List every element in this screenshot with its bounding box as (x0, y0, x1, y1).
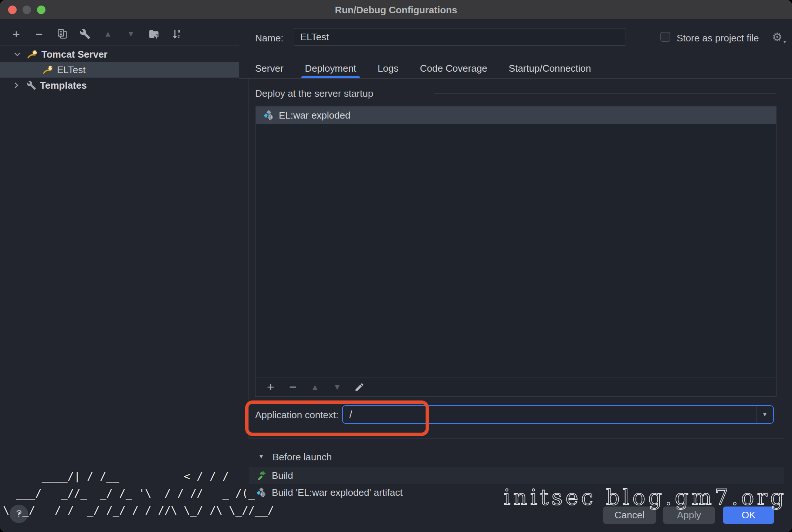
sort-alphabetically-button[interactable]: a z (170, 27, 183, 41)
tree-item-tomcat-server[interactable]: Tomcat Server (0, 47, 239, 62)
name-input[interactable] (294, 28, 626, 46)
new-folder-button[interactable] (147, 27, 160, 41)
tomcat-icon (27, 50, 38, 59)
gear-icon[interactable]: ⚙▾ (772, 30, 782, 44)
tree-item-label: Tomcat Server (41, 49, 108, 60)
section-divider (434, 93, 776, 94)
application-context-combobox[interactable]: / ▼ (342, 405, 774, 424)
combobox-dropdown-button[interactable]: ▼ (756, 406, 773, 423)
panel-splitter[interactable] (239, 19, 239, 532)
tab-deployment[interactable]: Deployment (305, 58, 356, 79)
tab-server[interactable]: Server (255, 58, 284, 79)
config-tabs: Server Deployment Logs Code Coverage Sta… (255, 58, 591, 79)
section-divider (347, 458, 776, 458)
artifact-list-item[interactable]: EL:war exploded (256, 106, 776, 124)
dropdown-arrow-icon: ▼ (762, 411, 768, 418)
remove-configuration-button[interactable]: − (33, 27, 46, 41)
before-launch-title: Before launch (273, 451, 332, 463)
application-context-label: Application context: (255, 409, 338, 421)
edit-templates-button[interactable] (78, 27, 92, 41)
chevron-down-icon[interactable] (14, 52, 25, 57)
remove-artifact-button[interactable]: − (286, 381, 299, 394)
window-title: Run/Debug Configurations (0, 4, 792, 16)
tree-item-eltest[interactable]: ELTest (0, 62, 239, 78)
artifact-label: EL:war exploded (279, 110, 351, 121)
tomcat-icon (42, 65, 53, 75)
move-artifact-up-button[interactable]: ▲ (308, 381, 322, 394)
chevron-right-icon[interactable] (14, 82, 25, 89)
name-label: Name: (255, 33, 284, 44)
copy-configuration-icon[interactable] (55, 27, 69, 41)
tree-item-label: Templates (40, 80, 87, 91)
tab-logs[interactable]: Logs (378, 58, 398, 79)
help-button[interactable]: ? (10, 505, 28, 523)
svg-text:a: a (178, 28, 180, 34)
wrench-icon (27, 81, 36, 90)
run-debug-configurations-dialog: Run/Debug Configurations + − ▲ ▼ (0, 0, 792, 532)
tree-top-divider (0, 45, 239, 45)
tab-startup-connection[interactable]: Startup/Connection (509, 58, 591, 79)
add-artifact-button[interactable]: + (264, 381, 277, 394)
artifact-icon (263, 110, 274, 121)
before-launch-task-build[interactable]: Build (249, 467, 784, 484)
gear-dropdown-arrow-icon: ▾ (783, 39, 786, 45)
move-down-button[interactable]: ▼ (124, 27, 138, 41)
move-artifact-down-button[interactable]: ▼ (331, 381, 344, 394)
deploy-section-title: Deploy at the server startup (255, 88, 373, 99)
group-border (248, 438, 784, 439)
task-label: Build 'EL:war exploded' artifact (272, 487, 403, 498)
group-border (784, 79, 784, 439)
tab-code-coverage[interactable]: Code Coverage (420, 58, 487, 79)
store-as-project-file-label: Store as project file (677, 33, 759, 44)
tree-item-templates[interactable]: Templates (0, 78, 239, 93)
deploy-toolbar: + − ▲ ▼ (256, 378, 776, 396)
tabs-separator (239, 78, 792, 79)
copy-icon (57, 28, 68, 40)
add-configuration-button[interactable]: + (10, 27, 23, 41)
configurations-toolbar: + − ▲ ▼ (10, 25, 183, 43)
application-context-value[interactable]: / (349, 409, 352, 420)
sort-az-icon: a z (171, 28, 182, 40)
apply-button[interactable]: Apply (663, 507, 715, 524)
before-launch-task-build-artifact[interactable]: Build 'EL:war exploded' artifact (249, 484, 784, 501)
svg-text:z: z (178, 34, 180, 39)
wrench-icon (79, 28, 91, 40)
store-as-project-file-checkbox[interactable] (660, 32, 670, 42)
new-folder-icon (148, 28, 160, 40)
deploy-artifacts-panel: EL:war exploded + − ▲ ▼ (255, 106, 776, 397)
ok-button[interactable]: OK (723, 507, 774, 524)
move-up-button[interactable]: ▲ (101, 27, 115, 41)
tree-item-label: ELTest (57, 64, 86, 76)
cancel-button[interactable]: Cancel (603, 507, 656, 524)
edit-artifact-button[interactable] (353, 381, 366, 394)
build-hammer-icon (256, 470, 267, 481)
task-label: Build (272, 470, 293, 481)
title-bar: Run/Debug Configurations (0, 0, 792, 19)
before-launch-collapse-icon[interactable]: ▼ (258, 453, 264, 460)
pencil-icon (354, 382, 365, 392)
artifact-icon (256, 487, 267, 498)
group-border (248, 79, 249, 439)
ascii-art-signature: ____/| / /__ < / / / ___/ _//_ _/ /_ '\ … (3, 468, 274, 519)
